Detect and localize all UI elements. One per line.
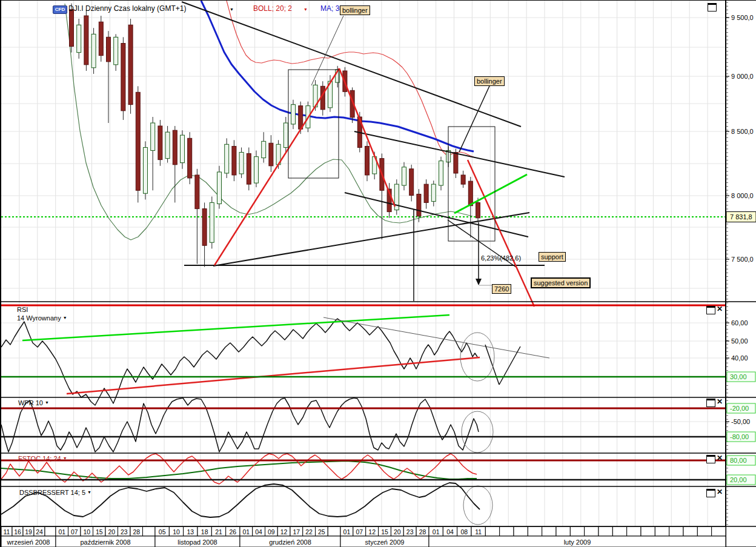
wpr-boxed-level-label: -80,00 (730, 433, 749, 440)
candle (136, 92, 140, 190)
wpr-chevron-down-icon[interactable]: ▼ (45, 400, 49, 405)
support-annotation[interactable]: support (539, 252, 566, 262)
time-axis-day-cell (669, 527, 683, 537)
candle (210, 202, 214, 242)
month-label: grudzień 2008 (269, 539, 311, 546)
time-axis-day-cell (641, 527, 655, 537)
dss-maximize-button[interactable] (706, 489, 715, 497)
chevron-down-icon[interactable]: ▼ (230, 7, 234, 12)
time-axis-day-cell (585, 527, 598, 537)
rsi-boxed-level-label: 30,00 (730, 373, 747, 380)
price-axis-label: 8 000,0 (731, 192, 754, 199)
candle (121, 43, 125, 110)
day-label: 09 (268, 528, 275, 535)
maximize-button[interactable] (708, 3, 717, 12)
trading-chart-window: 9 500,09 000,08 500,08 000,07 500,07 831… (0, 0, 756, 547)
rsi-chevron-down-icon[interactable]: ▼ (63, 316, 67, 320)
candle (254, 157, 259, 183)
day-label: 01 (243, 528, 250, 535)
candle (402, 167, 406, 185)
suggested-version-annotation[interactable]: suggested version (531, 277, 591, 288)
fibonacci-measure-label: 6,23%(482,6) (481, 254, 521, 262)
rsi-panel-name: RSI (17, 306, 67, 314)
fstoc-chevron-down-icon[interactable]: ▼ (63, 456, 67, 460)
candle (91, 34, 96, 67)
cfd-badge: CFD (53, 5, 67, 14)
rsi-level-label: 60,00 (731, 319, 748, 327)
day-label: 17 (293, 528, 300, 535)
boll-chevron-down-icon[interactable]: ▼ (303, 7, 308, 12)
month-label: luty 2009 (564, 539, 591, 546)
candle (454, 153, 458, 173)
candle (468, 181, 472, 205)
day-label: 04 (255, 528, 262, 535)
dss-close-icon[interactable]: ✕ (717, 489, 723, 495)
candle (284, 123, 288, 147)
target-price-annotation[interactable]: 7260 (492, 284, 511, 294)
rsi-close-icon[interactable]: ✕ (717, 306, 723, 312)
time-axis-day-cell (570, 527, 584, 537)
day-label: 20 (108, 528, 115, 535)
candle (431, 184, 436, 201)
candle (107, 37, 111, 61)
fstoc-maximize-button[interactable] (706, 455, 715, 463)
candle (195, 175, 199, 209)
dss-chevron-down-icon[interactable]: ▼ (87, 490, 91, 494)
day-label: 01 (58, 528, 65, 535)
candle (217, 172, 222, 204)
day-label: 15 (96, 528, 103, 535)
time-axis-day-cell (485, 527, 499, 537)
day-label: 16 (14, 528, 21, 535)
chart-title: DJI.I Dzienny Czas lokalny (GMT+1) (68, 4, 186, 13)
candle (424, 184, 428, 202)
fstoc-panel-name: FSTOC 14; 24 (18, 455, 61, 462)
rsi-panel-param: 14 Wyrownany (17, 314, 61, 322)
boll-indicator-label[interactable]: BOLL; 20; 2 (253, 4, 292, 13)
day-label: 13 (187, 528, 194, 535)
day-label: 28 (133, 528, 140, 535)
candle (262, 141, 266, 157)
time-axis-day-cell (683, 527, 697, 537)
indicator-curves (1, 319, 480, 517)
month-label: październik 2008 (80, 539, 130, 546)
bollinger-annotation-1[interactable]: bollinger (340, 5, 370, 15)
candle (439, 161, 443, 185)
candle (114, 37, 118, 64)
time-axis-day-cell (514, 527, 528, 537)
day-label: 12 (280, 528, 288, 535)
rsi-level-label: 50,00 (731, 337, 748, 345)
time-axis-day-cell (143, 527, 156, 537)
day-label: 12 (368, 528, 376, 535)
candle (225, 144, 229, 173)
time-axis-day-cell (627, 527, 641, 537)
rsi-maximize-button[interactable] (706, 306, 715, 314)
candle (269, 143, 273, 166)
time-axis-day-cell (542, 527, 556, 537)
time-axis-day-cell (500, 527, 514, 537)
bollinger-annotation-2[interactable]: bollinger (474, 76, 505, 86)
time-axis-day-cell (612, 527, 626, 537)
wpr-close-icon[interactable]: ✕ (717, 399, 723, 405)
fstoc-close-icon[interactable]: ✕ (717, 455, 723, 461)
wpr-level-label: -50,00 (731, 418, 750, 425)
day-label: 11 (4, 528, 10, 535)
time-axis-day-cell (598, 527, 612, 537)
price-axis-label: 8 500,0 (731, 128, 754, 135)
month-label: listopad 2008 (177, 539, 217, 546)
month-label: wrzesień 2008 (7, 539, 50, 546)
price-axis-label: 9 500,0 (731, 14, 754, 21)
candle (165, 132, 170, 158)
day-label: 28 (419, 528, 426, 535)
day-label: 19 (25, 528, 32, 535)
candle (128, 25, 133, 104)
day-label: 20 (394, 528, 401, 535)
day-label: 01 (433, 528, 440, 535)
time-axis-day-cell (328, 527, 340, 537)
candle (476, 202, 480, 217)
month-label: styczeń 2009 (365, 539, 405, 546)
wpr-maximize-button[interactable] (706, 399, 715, 407)
day-label: 18 (201, 528, 208, 535)
time-axis-day-cell (556, 527, 570, 537)
price-axis-label: 9 000,0 (731, 73, 754, 80)
candle (299, 106, 303, 130)
